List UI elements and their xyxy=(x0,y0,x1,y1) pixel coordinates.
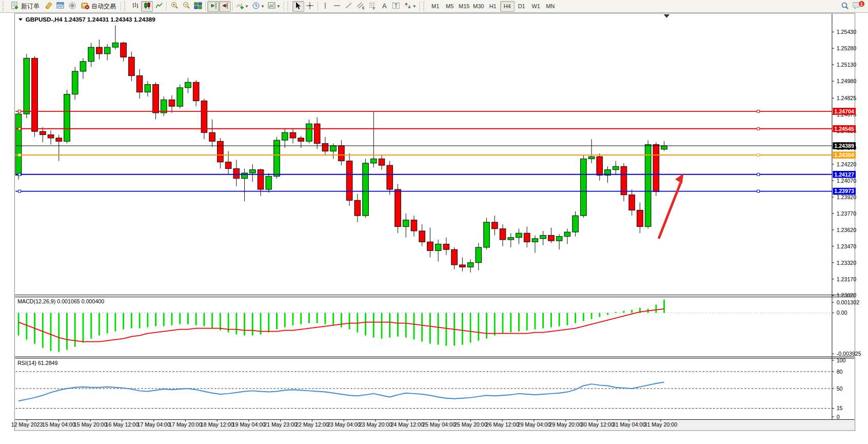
candle-body xyxy=(597,157,603,175)
date-tick-label: 24 May 12:00 xyxy=(390,421,424,428)
date-tick-label: 31 May 04:00 xyxy=(613,421,646,428)
toolbar-separator xyxy=(420,2,420,11)
chart-shift-button[interactable] xyxy=(219,1,231,12)
candle-body xyxy=(193,82,199,101)
line-handle[interactable] xyxy=(18,154,21,157)
candle-body xyxy=(637,210,643,226)
price-tick-label: 1.25130 xyxy=(837,62,857,68)
vertical-line-icon xyxy=(321,2,329,11)
price-tick-label: 1.23020 xyxy=(837,292,857,298)
toolbar-right-group: 1 xyxy=(840,1,867,12)
trendline-icon xyxy=(345,2,353,11)
candle-body xyxy=(225,162,231,169)
date-tick-label: 16 May 12:00 xyxy=(106,421,139,428)
fibo-letter: F xyxy=(373,6,375,10)
periods-button[interactable]: ▼ xyxy=(250,1,266,12)
candle-body xyxy=(249,170,255,173)
toolbar-separator xyxy=(205,2,206,11)
market-watch-button[interactable] xyxy=(43,1,54,12)
price-tick-label: 1.24070 xyxy=(837,178,857,184)
broadcast-button[interactable] xyxy=(66,1,78,12)
timeframe-button-M5[interactable]: M5 xyxy=(443,1,457,12)
arrows-tool-button[interactable]: ▼ xyxy=(402,1,418,12)
timeframe-button-D1[interactable]: D1 xyxy=(515,1,529,12)
line-handle[interactable] xyxy=(757,127,760,130)
broadcast-icon xyxy=(68,2,76,11)
timeframe-button-H4[interactable]: H4 xyxy=(500,1,515,12)
macd-tick-label: 0.001302 xyxy=(837,299,860,305)
candlestick-mode-button[interactable] xyxy=(141,1,153,12)
line-handle[interactable] xyxy=(18,110,21,112)
line-chart-icon xyxy=(155,2,163,11)
toolbar-grip xyxy=(3,2,6,11)
timeframe-button-MN[interactable]: MN xyxy=(543,1,558,12)
new-order-button[interactable]: 新订单 xyxy=(8,1,43,12)
candle-body xyxy=(629,195,635,210)
chart-canvas[interactable]: GBPUSD-,H4 1.24357 1.24431 1.24343 1.243… xyxy=(0,13,868,444)
timeframe-button-W1[interactable]: W1 xyxy=(529,1,543,12)
candle-body xyxy=(112,43,119,48)
price-badge-label: 1.24704 xyxy=(834,108,854,114)
new-order-icon xyxy=(11,2,19,11)
date-tick-label: 17 May 20:00 xyxy=(169,421,202,428)
candle-body xyxy=(290,132,296,138)
candle-body xyxy=(645,145,651,227)
timeframe-button-M15[interactable]: M15 xyxy=(457,1,471,12)
trendline-tool-button[interactable] xyxy=(343,1,355,12)
candle-body xyxy=(72,71,78,94)
channel-tool-button[interactable]: E xyxy=(355,1,367,12)
line-handle[interactable] xyxy=(757,190,760,192)
tile-windows-button[interactable] xyxy=(192,1,204,12)
candle-body xyxy=(403,220,409,227)
search-icon[interactable] xyxy=(840,1,850,12)
bar-chart-mode-button[interactable] xyxy=(129,1,141,12)
line-handle[interactable] xyxy=(757,110,760,112)
candle-body xyxy=(80,62,86,71)
timeframe-button-M1[interactable]: M1 xyxy=(428,1,443,12)
line-handle[interactable] xyxy=(757,173,760,176)
toolbar-grip xyxy=(423,2,427,11)
text-tool-button[interactable]: A xyxy=(379,1,390,12)
cursor-icon xyxy=(294,2,302,11)
rsi-tick-label: 100 xyxy=(837,357,846,363)
candle-body xyxy=(40,131,46,134)
candle-body xyxy=(411,220,417,231)
line-handle[interactable] xyxy=(18,127,21,130)
macd-tick-label: -0.003925 xyxy=(837,351,861,357)
line-handle[interactable] xyxy=(18,190,21,192)
candle-body xyxy=(185,82,191,88)
templates-button[interactable]: ▼ xyxy=(266,1,282,12)
horizontal-line-tool-button[interactable] xyxy=(331,1,343,12)
candle-body xyxy=(379,159,385,165)
candle-body xyxy=(354,200,361,216)
candle-body xyxy=(500,229,506,240)
autoscroll-button[interactable] xyxy=(207,1,219,12)
fibonacci-tool-button[interactable]: F xyxy=(367,1,379,12)
line-chart-mode-button[interactable] xyxy=(153,1,165,12)
notifications-button[interactable]: 1 xyxy=(853,1,864,11)
charts-window-button[interactable] xyxy=(54,1,66,12)
zoom-out-button[interactable] xyxy=(180,1,192,12)
rsi-tick-label: 15 xyxy=(837,405,843,411)
timeframe-button-M30[interactable]: M30 xyxy=(471,1,486,12)
candle-body xyxy=(443,244,449,249)
label-tool-icon: T xyxy=(392,2,400,11)
label-tool-button[interactable]: T xyxy=(390,1,402,12)
crosshair-icon xyxy=(306,2,314,11)
dropdown-caret: ▼ xyxy=(277,4,281,9)
line-handle[interactable] xyxy=(757,154,760,157)
line-handle[interactable] xyxy=(18,173,21,176)
price-tick-label: 1.24825 xyxy=(837,95,857,101)
candle-body xyxy=(306,124,312,141)
zoom-in-button[interactable] xyxy=(168,1,180,12)
crosshair-tool-button[interactable] xyxy=(304,1,316,12)
candle-body xyxy=(169,100,175,106)
text-tool-icon: A xyxy=(380,2,388,11)
price-tick-label: 1.23620 xyxy=(837,227,857,233)
vertical-line-tool-button[interactable] xyxy=(320,1,331,12)
timeframe-button-H1[interactable]: H1 xyxy=(486,1,500,12)
candle-body xyxy=(363,163,369,216)
cursor-tool-button[interactable] xyxy=(292,1,304,12)
autotrade-button[interactable]: 自动交易 xyxy=(78,1,119,12)
indicators-button[interactable]: ▼ xyxy=(234,1,250,12)
